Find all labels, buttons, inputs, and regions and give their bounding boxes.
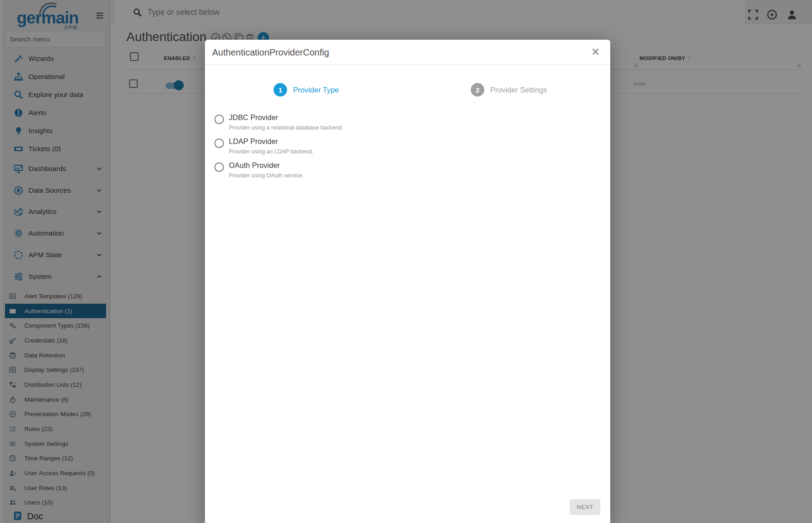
radio-button[interactable] — [214, 115, 224, 124]
option-text: JDBC ProviderProvider using a relational… — [229, 113, 343, 131]
step-number-badge: 2 — [471, 83, 484, 97]
wizard-step-provider-type[interactable]: 1Provider Type — [205, 83, 408, 97]
wizard-step-provider-settings[interactable]: 2Provider Settings — [408, 83, 610, 97]
option-title: JDBC Provider — [229, 113, 343, 122]
option-title: LDAP Provider — [229, 137, 313, 146]
provider-option-ldap-provider[interactable]: LDAP ProviderProvider using an LDAP back… — [214, 137, 343, 155]
radio-button[interactable] — [214, 139, 224, 148]
close-icon[interactable] — [591, 47, 600, 56]
wizard-steps: 1Provider Type2Provider Settings — [205, 83, 610, 97]
application-window: germain APM WizardsOperationalExplore yo… — [0, 0, 812, 523]
step-label: Provider Type — [293, 86, 339, 94]
option-description: Provider using OAuth service. — [229, 172, 303, 179]
provider-option-oauth-provider[interactable]: OAuth ProviderProvider using OAuth servi… — [214, 161, 343, 179]
step-number-badge: 1 — [274, 83, 287, 97]
option-description: Provider using an LDAP backend. — [229, 148, 313, 155]
option-text: OAuth ProviderProvider using OAuth servi… — [229, 161, 303, 179]
dialog-title: AuthenticationProviderConfig — [212, 40, 329, 65]
dialog-header: AuthenticationProviderConfig — [205, 40, 610, 65]
authentication-provider-config-dialog: AuthenticationProviderConfig 1Provider T… — [205, 40, 610, 523]
step-label: Provider Settings — [490, 86, 547, 94]
option-text: LDAP ProviderProvider using an LDAP back… — [229, 137, 313, 155]
option-description: Provider using a relational database bac… — [229, 124, 343, 131]
provider-option-jdbc-provider[interactable]: JDBC ProviderProvider using a relational… — [214, 113, 343, 131]
provider-options: JDBC ProviderProvider using a relational… — [214, 113, 343, 185]
radio-button[interactable] — [214, 162, 224, 172]
option-title: OAuth Provider — [229, 161, 303, 170]
next-button[interactable]: NEXT — [570, 499, 600, 515]
